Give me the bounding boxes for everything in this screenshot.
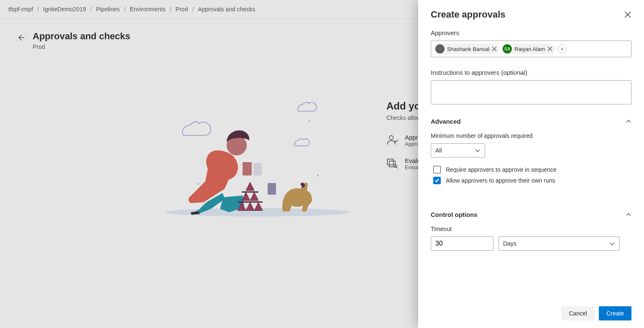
chevron-up-icon: [626, 212, 631, 218]
timeout-label: Timeout: [431, 226, 631, 232]
approver-name: Raiyan Alam: [514, 46, 545, 52]
allow-own-label: Allow approvers to approve their own run…: [446, 177, 555, 184]
timeout-unit-select[interactable]: Days: [498, 236, 620, 251]
approver-name: Shashank Bansal: [447, 46, 489, 52]
require-sequence-row[interactable]: Require approvers to approve in sequence: [431, 166, 631, 173]
cancel-button[interactable]: Cancel: [561, 306, 595, 320]
approver-chip: Shashank Bansal: [434, 43, 499, 54]
control-options-toggle[interactable]: Control options: [431, 211, 631, 218]
instructions-textarea[interactable]: [431, 80, 631, 104]
control-options-title: Control options: [431, 211, 478, 218]
remove-icon[interactable]: [492, 46, 497, 51]
min-approvals-select[interactable]: All: [431, 143, 485, 158]
approver-chip: RA Raiyan Alam: [502, 43, 555, 54]
remove-icon[interactable]: [547, 46, 552, 51]
avatar: [435, 44, 445, 53]
approvers-input[interactable]: Shashank Bansal RA Raiyan Alam +: [431, 41, 631, 57]
close-icon[interactable]: [624, 11, 631, 18]
advanced-toggle[interactable]: Advanced: [431, 118, 631, 125]
chevron-down-icon: [475, 147, 480, 153]
approvers-label: Approvers: [431, 29, 631, 36]
timeout-value-input[interactable]: [431, 236, 493, 251]
avatar: RA: [503, 44, 512, 53]
panel-title: Create approvals: [431, 9, 506, 20]
add-approver-button[interactable]: +: [557, 44, 567, 53]
allow-own-row[interactable]: Allow approvers to approve their own run…: [431, 177, 631, 184]
require-sequence-label: Require approvers to approve in sequence: [446, 166, 557, 173]
min-approvals-value: All: [435, 147, 442, 154]
create-approvals-panel: Create approvals Approvers Shashank Bans…: [418, 0, 644, 328]
panel-body[interactable]: Approvers Shashank Bansal RA Raiyan Alam…: [418, 29, 644, 299]
timeout-unit-value: Days: [503, 240, 516, 247]
chevron-down-icon: [609, 241, 615, 247]
checkbox-unchecked-icon[interactable]: [433, 166, 441, 173]
min-approvals-label: Minimum number of approvals required: [431, 132, 631, 139]
create-button[interactable]: Create: [599, 306, 631, 320]
checkbox-checked-icon[interactable]: [433, 177, 441, 184]
chevron-up-icon: [626, 119, 631, 125]
advanced-title: Advanced: [431, 118, 461, 125]
instructions-label: Instructions to approvers (optional): [431, 69, 631, 76]
panel-footer: Cancel Create: [418, 299, 644, 328]
